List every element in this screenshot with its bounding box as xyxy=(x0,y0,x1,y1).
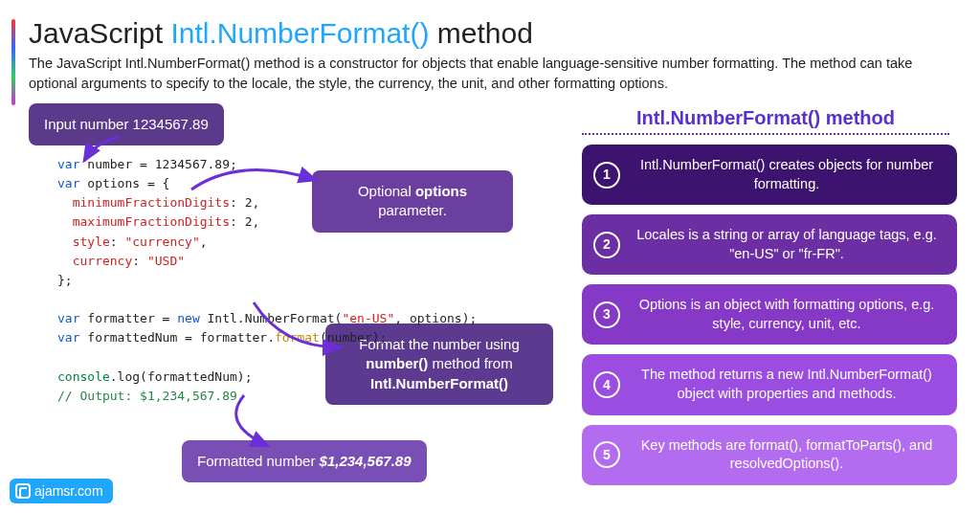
code-sample: var number = 1234567.89; var options = {… xyxy=(57,155,477,406)
callout-output-pre: Formatted number xyxy=(197,453,320,469)
callout-formatted-output: Formatted number $1,234,567.89 xyxy=(182,440,427,482)
code-prop: maximumFractionDigits xyxy=(57,214,230,229)
step-1: 1 Intl.NumberFormat() creates objects fo… xyxy=(582,145,957,205)
code-str: "currency" xyxy=(124,234,199,249)
code-t: }; xyxy=(57,273,73,287)
step-number: 5 xyxy=(593,441,620,468)
code-prop: style xyxy=(57,234,110,249)
code-str: "USD" xyxy=(147,254,185,268)
step-3: 3 Options is an object with formatting o… xyxy=(582,284,957,345)
code-t: options = { xyxy=(79,176,169,190)
title-pre: JavaScript xyxy=(29,17,170,49)
step-text: Intl.NumberFormat() creates objects for … xyxy=(632,156,942,193)
code-t: , xyxy=(200,234,208,249)
callout-output-val: $1,234,567.89 xyxy=(320,453,412,469)
code-comment: // Output: $1,234,567.89 xyxy=(57,389,237,403)
code-t: Intl.NumberFormat( xyxy=(200,311,343,325)
step-text: Locales is a string or array of language… xyxy=(632,226,942,263)
left-column: Input number 1234567.89 Optional options… xyxy=(29,103,565,496)
code-t: : 2, xyxy=(230,214,259,229)
code-t: , options); xyxy=(394,311,477,325)
code-prop: minimumFractionDigits xyxy=(57,195,230,210)
step-text: The method returns a new Intl.NumberForm… xyxy=(632,366,942,403)
step-2: 2 Locales is a string or array of langua… xyxy=(582,214,957,275)
step-number: 4 xyxy=(593,371,620,398)
step-text: Options is an object with formatting opt… xyxy=(632,296,942,333)
code-t: : 2, xyxy=(230,195,259,210)
code-fn: format xyxy=(275,330,320,345)
callout-input-number: Input number 1234567.89 xyxy=(29,103,224,145)
step-number: 2 xyxy=(593,232,620,258)
code-t: .log(formattedNum); xyxy=(110,369,253,384)
step-number: 1 xyxy=(593,162,620,189)
code-kw: new xyxy=(177,311,199,325)
watermark-badge: ajamsr.com xyxy=(10,479,113,503)
columns: Input number 1234567.89 Optional options… xyxy=(29,103,957,496)
code-con: console xyxy=(57,369,110,384)
title-post: method xyxy=(429,17,532,49)
code-prop: currency xyxy=(57,254,132,268)
title-accent: Intl.NumberFormat() xyxy=(170,17,429,49)
page-description: The JavaScript Intl.NumberFormat() metho… xyxy=(29,54,957,94)
code-t: : xyxy=(110,234,125,249)
step-4: 4 The method returns a new Intl.NumberFo… xyxy=(582,354,957,414)
code-kw: var xyxy=(57,330,79,345)
right-column: Intl.NumberFormat() method 1 Intl.Number… xyxy=(582,103,957,496)
step-text: Key methods are format(), formatToParts(… xyxy=(632,436,942,474)
code-t: formattedNum = formatter. xyxy=(79,330,275,345)
watermark-text: ajamsr.com xyxy=(34,483,103,499)
panel-title: Intl.NumberFormat() method xyxy=(582,107,949,135)
logo-icon xyxy=(15,483,31,499)
step-number: 3 xyxy=(593,301,620,328)
code-kw: var xyxy=(57,157,79,171)
page-title: JavaScript Intl.NumberFormat() method xyxy=(29,17,957,50)
code-kw: var xyxy=(57,176,79,190)
code-str: "en-US" xyxy=(342,311,394,325)
code-kw: var xyxy=(57,311,79,325)
step-5: 5 Key methods are format(), formatToPart… xyxy=(582,425,957,485)
code-t: (number); xyxy=(320,330,387,345)
accent-bar xyxy=(11,19,15,105)
code-t: formatter = xyxy=(79,311,177,325)
page: JavaScript Intl.NumberFormat() method Th… xyxy=(0,0,980,496)
code-t: number = 1234567.89; xyxy=(79,157,236,171)
code-t: : xyxy=(132,254,147,268)
